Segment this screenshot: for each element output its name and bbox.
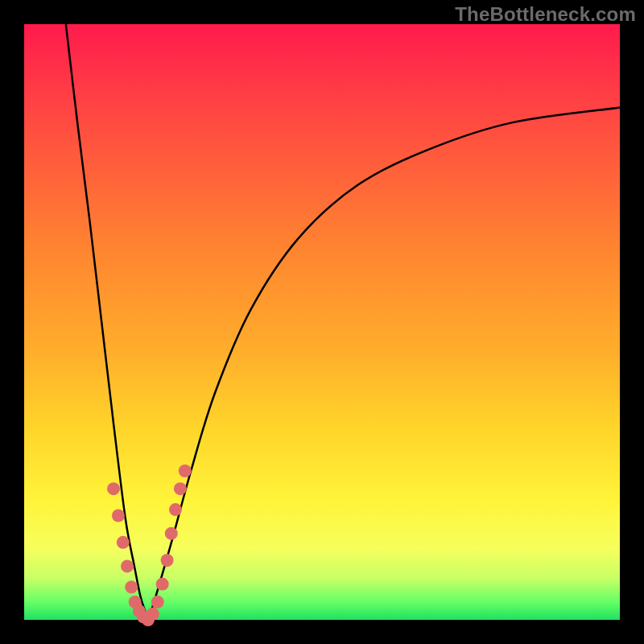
data-point [165, 527, 178, 540]
data-point [151, 596, 164, 609]
data-point [107, 482, 120, 495]
data-point [161, 554, 174, 567]
data-point [125, 580, 138, 593]
chart-plot-area [24, 24, 620, 620]
data-point [179, 464, 192, 477]
curve-left [66, 24, 148, 620]
data-point [121, 559, 134, 572]
data-point [147, 608, 159, 621]
chart-frame: TheBottleneck.com [0, 0, 644, 644]
data-point [174, 482, 187, 495]
data-point [112, 510, 125, 522]
curve-dots [107, 464, 192, 626]
data-point [117, 536, 130, 549]
chart-svg [24, 24, 620, 620]
watermark-text: TheBottleneck.com [455, 3, 636, 26]
curve-right [148, 108, 620, 620]
data-point [169, 503, 182, 516]
data-point [156, 578, 169, 591]
